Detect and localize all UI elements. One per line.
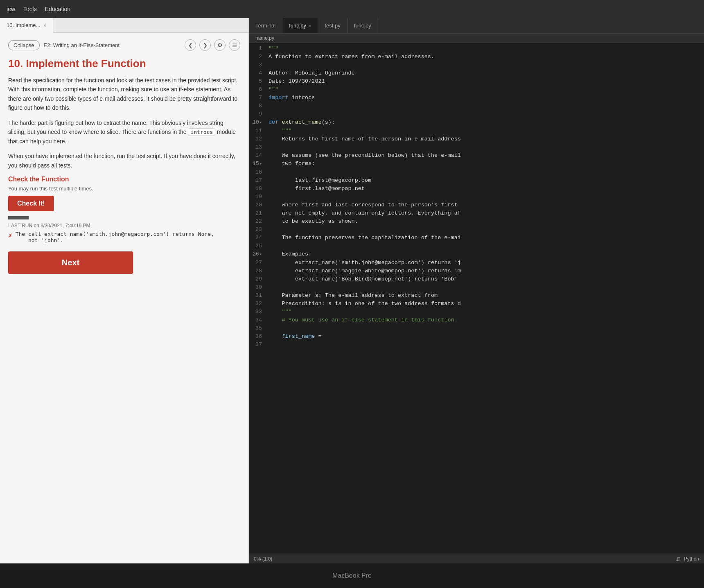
code-line: 6""" bbox=[249, 86, 704, 94]
main-container: 10. Impleme... × Collapse E2: Writing an… bbox=[0, 18, 704, 563]
bottom-bar: MacBook Pro bbox=[0, 563, 704, 588]
code-area[interactable]: 1"""2A function to extract names from e-… bbox=[249, 43, 704, 554]
code-line: 1""" bbox=[249, 45, 704, 53]
line-number: 21 bbox=[249, 209, 269, 217]
next-button[interactable]: Next bbox=[8, 251, 133, 274]
breadcrumb-text: E2: Writing an If-Else-Statement bbox=[44, 42, 120, 48]
line-content: Parameter s: The e-mail address to extra… bbox=[269, 292, 704, 300]
line-number: 24 bbox=[249, 234, 269, 242]
nav-forward-button[interactable]: ❯ bbox=[199, 39, 211, 51]
line-number: 35 bbox=[249, 324, 269, 332]
code-line: 25 bbox=[249, 242, 704, 250]
left-tab-close[interactable]: × bbox=[43, 23, 46, 28]
line-number: 4 bbox=[249, 69, 269, 77]
code-line: 34 # You must use an if-else statement i… bbox=[249, 316, 704, 324]
error-message: The call extract_name('smith.john@megaco… bbox=[16, 231, 214, 243]
line-content: Examples: bbox=[269, 250, 704, 259]
nav-back-button[interactable]: ❮ bbox=[185, 39, 196, 51]
menu-tools[interactable]: Tools bbox=[23, 6, 37, 12]
code-line: 7import introcs bbox=[249, 94, 704, 102]
line-number: 10▾ bbox=[249, 118, 269, 127]
line-content bbox=[269, 102, 704, 110]
settings-button[interactable]: ⚙ bbox=[214, 39, 226, 51]
line-number: 20 bbox=[249, 201, 269, 209]
bottom-label: MacBook Pro bbox=[332, 572, 372, 579]
code-line: 26▾ Examples: bbox=[249, 250, 704, 259]
para1: Read the specification for the function … bbox=[8, 76, 240, 113]
line-content bbox=[269, 61, 704, 69]
line-content: """ bbox=[269, 127, 704, 135]
tab-bar: 10. Impleme... × bbox=[0, 18, 248, 33]
page-title: 10. Implement the Function bbox=[8, 57, 240, 70]
line-content: extract_name('Bob.Bird@mompop.net') retu… bbox=[269, 275, 704, 283]
tab-func2[interactable]: func.py bbox=[347, 18, 378, 33]
line-content: """ bbox=[269, 86, 704, 94]
menu-education[interactable]: Education bbox=[45, 6, 70, 12]
menu-iew[interactable]: iew bbox=[7, 6, 15, 12]
code-line: 16 bbox=[249, 168, 704, 176]
error-result: ✗ The call extract_name('smith.john@mega… bbox=[8, 231, 240, 243]
collapse-button[interactable]: Collapse bbox=[8, 40, 40, 50]
line-number: 36 bbox=[249, 332, 269, 341]
para3: When you have implemented the function, … bbox=[8, 152, 240, 170]
tab-terminal[interactable]: Terminal bbox=[249, 18, 282, 33]
code-line: 11 """ bbox=[249, 127, 704, 135]
status-position: 0% (1:0) bbox=[254, 556, 272, 562]
code-line: 17 last.first@megacorp.com bbox=[249, 176, 704, 185]
menu-bar: iew Tools Education bbox=[0, 0, 704, 18]
code-line: 2A function to extract names from e-mail… bbox=[249, 53, 704, 61]
code-line: 18 first.last@mompop.net bbox=[249, 185, 704, 193]
line-number: 34 bbox=[249, 316, 269, 324]
line-content: A function to extract names from e-mail … bbox=[269, 53, 704, 61]
line-content bbox=[269, 168, 704, 176]
line-number: 14 bbox=[249, 152, 269, 160]
code-line: 31 Parameter s: The e-mail address to ex… bbox=[249, 292, 704, 300]
line-number: 30 bbox=[249, 283, 269, 292]
check-it-button[interactable]: Check It! bbox=[8, 196, 54, 211]
line-content: Author: Mobolaji Ogunrinde bbox=[269, 69, 704, 77]
line-number: 2 bbox=[249, 53, 269, 61]
code-line: 5Date: 109/30/2021 bbox=[249, 77, 704, 86]
code-line: 3 bbox=[249, 61, 704, 69]
line-number: 15▾ bbox=[249, 160, 269, 168]
line-content bbox=[269, 242, 704, 250]
line-number: 11 bbox=[249, 127, 269, 135]
error-icon: ✗ bbox=[8, 231, 12, 239]
code-line: 32 Precondition: s is in one of the two … bbox=[249, 300, 704, 308]
code-line: 13 bbox=[249, 143, 704, 152]
line-number: 17 bbox=[249, 176, 269, 185]
line-content bbox=[269, 143, 704, 152]
line-content: first_name = bbox=[269, 332, 704, 341]
tab-func-active[interactable]: func.py × bbox=[282, 18, 318, 33]
editor-tabs: Terminal func.py × test.py func.py bbox=[249, 18, 704, 34]
nav-controls: ❮ ❯ ⚙ ☰ bbox=[185, 39, 240, 51]
line-content: The function preserves the capitalizatio… bbox=[269, 234, 704, 242]
hamburger-button[interactable]: ☰ bbox=[229, 39, 240, 51]
line-content: to be exactly as shown. bbox=[269, 217, 704, 226]
line-number: 32 bbox=[249, 300, 269, 308]
left-tab-label: 10. Impleme... bbox=[7, 22, 40, 28]
line-number: 7 bbox=[249, 94, 269, 102]
expand-icon[interactable]: ⇵ bbox=[676, 556, 681, 562]
line-number: 25 bbox=[249, 242, 269, 250]
code-line: 9 bbox=[249, 110, 704, 118]
code-line: 35 bbox=[249, 324, 704, 332]
line-content: extract_name('maggie.white@mompop.net') … bbox=[269, 267, 704, 275]
code-inline-introcs: introcs bbox=[188, 128, 215, 136]
left-panel: 10. Impleme... × Collapse E2: Writing an… bbox=[0, 18, 249, 563]
line-number: 27 bbox=[249, 259, 269, 267]
tab-test[interactable]: test.py bbox=[318, 18, 347, 33]
line-number: 5 bbox=[249, 77, 269, 86]
line-content: """ bbox=[269, 45, 704, 53]
para2: The harder part is figuring out how to e… bbox=[8, 118, 240, 146]
code-line: 22 to be exactly as shown. bbox=[249, 217, 704, 226]
tab-func-close[interactable]: × bbox=[309, 23, 311, 28]
check-heading: Check the Function bbox=[8, 176, 240, 183]
left-tab-active[interactable]: 10. Impleme... × bbox=[0, 18, 53, 33]
line-content: where first and last correspond to the p… bbox=[269, 201, 704, 209]
tab-func-label: func.py bbox=[289, 23, 306, 29]
line-number: 22 bbox=[249, 217, 269, 226]
code-line: 27 extract_name('smith.john@megacorp.com… bbox=[249, 259, 704, 267]
code-line: 4Author: Mobolaji Ogunrinde bbox=[249, 69, 704, 77]
tab-func2-label: func.py bbox=[354, 23, 371, 29]
